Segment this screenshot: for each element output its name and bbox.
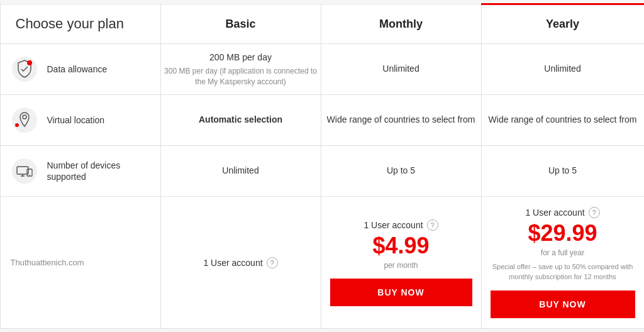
virtual-location-feature: Virtual location [0, 95, 160, 146]
virtual-location-row: Virtual location Automatic selection Wid… [0, 95, 644, 146]
svg-point-3 [12, 108, 37, 133]
yearly-pricing-cell: 1 User account ? $29.99 for a full year … [481, 197, 644, 329]
svg-point-5 [15, 123, 19, 127]
monthly-header: Monthly [321, 4, 481, 44]
location-icon [11, 106, 38, 134]
devices-yearly: Up to 5 [481, 146, 644, 197]
data-allowance-row: Data allowance 200 MB per day 300 MB per… [0, 44, 644, 95]
yearly-period: for a full year [541, 248, 584, 257]
data-allowance-feature: Data allowance [0, 44, 160, 95]
basic-help-icon[interactable]: ? [267, 257, 278, 268]
monthly-price: $4.99 [372, 235, 429, 257]
virtual-location-yearly: Wide range of countries to select from [481, 95, 644, 146]
monthly-help-icon[interactable]: ? [427, 219, 438, 231]
svg-point-6 [12, 158, 37, 184]
virtual-location-monthly: Wide range of countries to select from [321, 95, 481, 146]
virtual-location-label: Virtual location [47, 114, 105, 126]
yearly-header: Yearly [481, 4, 644, 44]
plan-title: Choose your plan [0, 4, 160, 44]
devices-basic: Unlimited [160, 146, 321, 197]
pricing-table: Choose your plan Basic Monthly Yearly [0, 3, 644, 329]
data-allowance-basic: 200 MB per day 300 MB per day (if applic… [160, 44, 321, 95]
shield-icon [11, 55, 38, 83]
devices-icon [11, 157, 38, 185]
yearly-help-icon[interactable]: ? [589, 207, 600, 218]
basic-header: Basic [160, 4, 321, 44]
monthly-period: per month [384, 261, 418, 270]
pricing-footer-cell: Thuthuattienich.com [0, 197, 160, 329]
choose-plan-label: Choose your plan [16, 16, 124, 31]
devices-row: Number of devices supported Unlimited Up… [0, 146, 644, 197]
pricing-row: Thuthuattienich.com 1 User account ? 1 U… [0, 197, 644, 329]
virtual-location-basic: Automatic selection [160, 95, 321, 146]
monthly-pricing-cell: 1 User account ? $4.99 per month BUY NOW [321, 197, 481, 329]
monthly-buy-button[interactable]: BUY NOW [330, 279, 472, 306]
data-allowance-label: Data allowance [47, 64, 108, 75]
devices-monthly: Up to 5 [321, 146, 481, 197]
yearly-note: Special offer – save up to 50% compared … [491, 262, 635, 282]
yearly-price: $29.99 [528, 222, 597, 245]
devices-label: Number of devices supported [47, 160, 121, 182]
devices-feature: Number of devices supported [0, 146, 160, 197]
watermark: Thuthuattienich.com [1, 252, 160, 274]
basic-pricing-cell: 1 User account ? [160, 197, 321, 329]
data-allowance-yearly: Unlimited [481, 44, 644, 95]
data-allowance-monthly: Unlimited [321, 44, 481, 95]
yearly-buy-button[interactable]: BUY NOW [491, 290, 635, 318]
